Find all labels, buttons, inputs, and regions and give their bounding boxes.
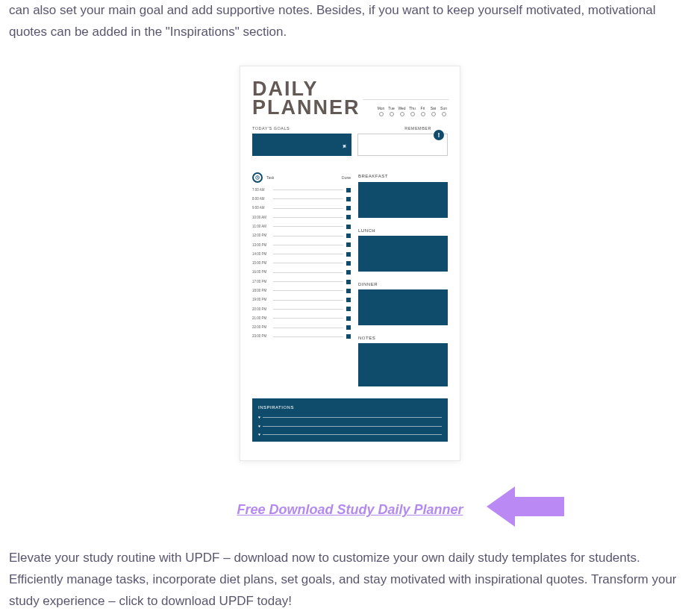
done-checkbox — [346, 197, 351, 201]
done-checkbox — [346, 316, 351, 321]
breakfast-box — [358, 182, 448, 218]
schedule-time: 13:00 PM — [252, 242, 270, 248]
week-days: Mon Tue Wed Thu Fri Sat Sun — [377, 105, 448, 117]
schedule-row: 21:00 PM — [252, 314, 351, 323]
schedule-time: 18:00 PM — [252, 288, 270, 294]
schedule-time: 16:00 PM — [252, 269, 270, 275]
remember-box: ! — [357, 134, 448, 156]
download-link-row: Free Download Study Daily Planner — [9, 494, 691, 527]
inspiration-line: ♥ — [258, 440, 442, 447]
clock-icon — [252, 172, 263, 183]
done-checkbox — [346, 225, 351, 229]
download-link[interactable]: Free Download Study Daily Planner — [237, 498, 463, 521]
lunch-box — [358, 236, 448, 272]
done-checkbox — [346, 280, 351, 284]
goals-box: ✦ — [252, 134, 351, 156]
schedule-line — [273, 263, 343, 263]
schedule-row: 18:00 PM — [252, 286, 351, 295]
schedule-row: 10:00 AM — [252, 213, 351, 222]
schedule-time: 7:00 AM — [252, 187, 270, 193]
planner-title-line2: PLANNER — [252, 98, 360, 118]
wand-icon: ✦ — [338, 140, 351, 153]
day-thu: Thu — [408, 105, 416, 117]
day-wed: Wed — [398, 105, 406, 117]
sched-head-done: Done — [342, 175, 351, 181]
day-fri: Fri — [419, 105, 427, 117]
schedule-row: 20:00 PM — [252, 304, 351, 313]
schedule-row: 7:00 AM — [252, 185, 351, 194]
schedule-line — [273, 281, 343, 282]
daily-planner-preview: DAILY PLANNER Mon Tue Wed Thu Fri Sat Su… — [240, 66, 460, 461]
schedule-time: 17:00 PM — [252, 279, 270, 285]
schedule-time: 23:00 PM — [252, 333, 270, 339]
dinner-box — [358, 289, 448, 325]
schedule-line — [273, 198, 343, 199]
heart-icon: ♥ — [258, 440, 260, 447]
schedule-row: 14:00 PM — [252, 249, 351, 258]
day-mon: Mon — [377, 105, 385, 117]
schedule-line — [273, 217, 343, 218]
day-tue: Tue — [387, 105, 396, 117]
schedule-time: 11:00 AM — [252, 224, 270, 230]
outro-paragraph: Elevate your study routine with UPDF – d… — [9, 548, 691, 613]
schedule-rows: 7:00 AM8:00 AM9:00 AM10:00 AM11:00 AM12:… — [252, 185, 351, 341]
schedule-row: 9:00 AM — [252, 204, 351, 213]
schedule-line — [273, 309, 343, 310]
done-checkbox — [346, 215, 351, 219]
inspiration-line: ♥ — [258, 423, 442, 430]
schedule-line — [273, 254, 343, 254]
schedule-line — [273, 336, 343, 337]
schedule-row: 15:00 PM — [252, 259, 351, 268]
lunch-label: LUNCH — [358, 227, 448, 234]
svg-marker-1 — [487, 486, 564, 527]
planner-title: DAILY PLANNER — [252, 80, 360, 118]
planner-header: DAILY PLANNER Mon Tue Wed Thu Fri Sat Su… — [252, 80, 448, 118]
schedule-line — [273, 272, 343, 273]
planner-image-wrap: DAILY PLANNER Mon Tue Wed Thu Fri Sat Su… — [9, 66, 691, 461]
heart-icon: ♥ — [258, 431, 260, 438]
done-checkbox — [346, 188, 351, 192]
done-checkbox — [346, 261, 351, 266]
heart-icon: ♥ — [258, 414, 260, 421]
schedule-time: 9:00 AM — [252, 205, 270, 211]
notes-box — [358, 343, 448, 386]
schedule-line — [273, 328, 343, 328]
schedule-row: 12:00 PM — [252, 231, 351, 240]
done-checkbox — [346, 298, 351, 302]
schedule-row: 17:00 PM — [252, 277, 351, 286]
done-checkbox — [346, 289, 351, 293]
inspirations-label: INSPIRATIONS — [258, 404, 442, 411]
schedule-time: 12:00 PM — [252, 233, 270, 239]
schedule-time: 19:00 PM — [252, 297, 270, 303]
inspirations-box: INSPIRATIONS ♥ ♥ ♥ ♥ — [252, 398, 448, 442]
arrow-icon — [487, 480, 569, 540]
done-checkbox — [346, 307, 351, 311]
schedule-row: 11:00 AM — [252, 222, 351, 231]
done-checkbox — [346, 206, 351, 210]
breakfast-label: BREAKFAST — [358, 172, 448, 180]
done-checkbox — [346, 234, 351, 238]
dinner-label: DINNER — [358, 281, 448, 288]
schedule-line — [273, 300, 343, 301]
done-checkbox — [346, 242, 351, 247]
schedule-time: 14:00 PM — [252, 251, 270, 257]
done-checkbox — [346, 325, 351, 330]
day-sun: Sun — [440, 105, 448, 117]
schedule-line — [273, 226, 343, 227]
sched-head-task: Task — [266, 175, 274, 181]
done-checkbox — [346, 334, 351, 339]
schedule-time: 20:00 PM — [252, 307, 270, 313]
schedule-row: 19:00 PM — [252, 295, 351, 304]
top-boxes: TODAY'S GOALS ✦ REMEMBER ! — [252, 125, 448, 156]
goals-label: TODAY'S GOALS — [252, 125, 351, 132]
schedule-time: 22:00 PM — [252, 325, 270, 331]
done-checkbox — [346, 270, 351, 275]
schedule-row: 23:00 PM — [252, 332, 351, 341]
inspiration-line: ♥ — [258, 414, 442, 421]
meals-column: BREAKFAST LUNCH DINNER NOTES — [358, 172, 448, 386]
inspiration-line: ♥ — [258, 431, 442, 438]
schedule-row: 13:00 PM — [252, 240, 351, 249]
intro-paragraph: can also set your main goal and add supp… — [9, 0, 691, 43]
schedule-line — [273, 318, 343, 319]
heart-icon: ♥ — [258, 423, 260, 430]
